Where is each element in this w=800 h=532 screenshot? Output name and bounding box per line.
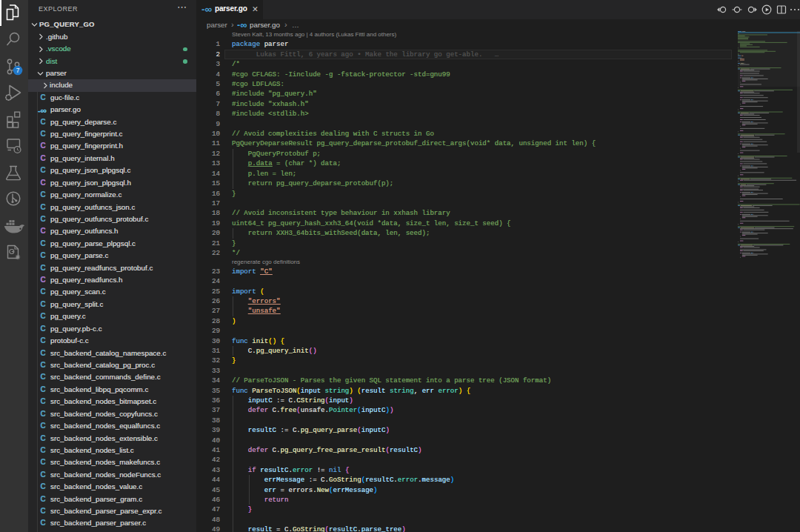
svg-text:7: 7 <box>16 67 20 74</box>
svg-text:-∞: -∞ <box>201 4 212 15</box>
svg-text:-∞: -∞ <box>38 106 47 115</box>
svg-text:-∞: -∞ <box>237 20 247 30</box>
